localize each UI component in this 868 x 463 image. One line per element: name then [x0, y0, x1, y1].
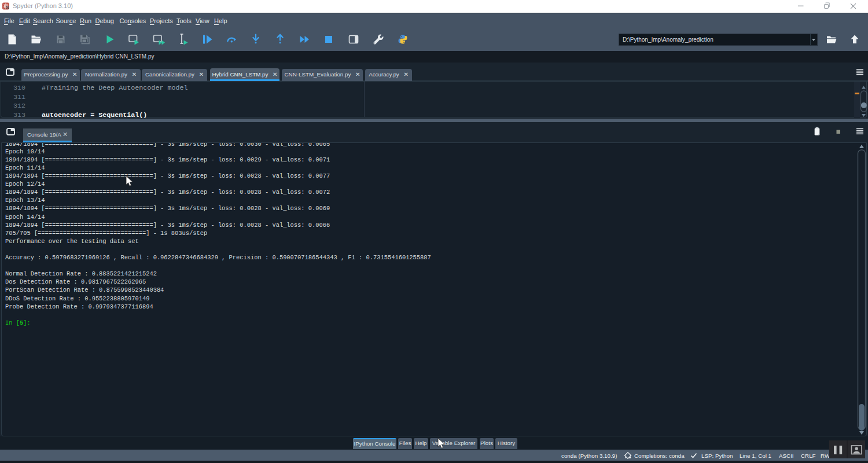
svg-text:S: S	[6, 5, 9, 10]
